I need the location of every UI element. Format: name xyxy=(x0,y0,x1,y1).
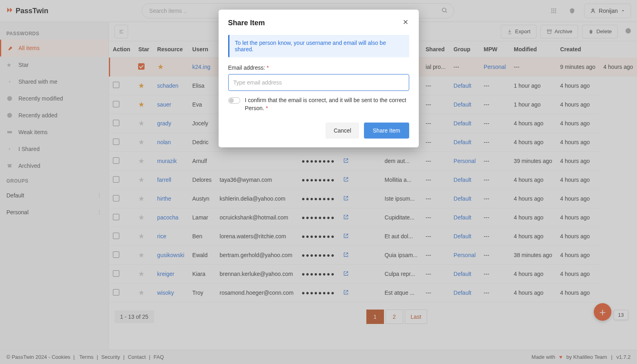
confirm-toggle[interactable] xyxy=(228,97,240,104)
modal-overlay[interactable]: Share Item To let the person know, your … xyxy=(0,0,637,364)
modal-title: Share Item xyxy=(228,19,265,27)
confirm-text: I confirm that the email is correct, and… xyxy=(245,97,409,112)
cancel-button[interactable]: Cancel xyxy=(326,123,359,139)
close-icon[interactable] xyxy=(402,18,409,28)
email-field[interactable] xyxy=(228,74,409,91)
modal-info-box: To let the person know, your username an… xyxy=(228,35,409,57)
email-label: Email address: * xyxy=(228,64,409,71)
share-item-modal: Share Item To let the person know, your … xyxy=(219,10,419,147)
share-item-button[interactable]: Share Item xyxy=(364,123,409,139)
